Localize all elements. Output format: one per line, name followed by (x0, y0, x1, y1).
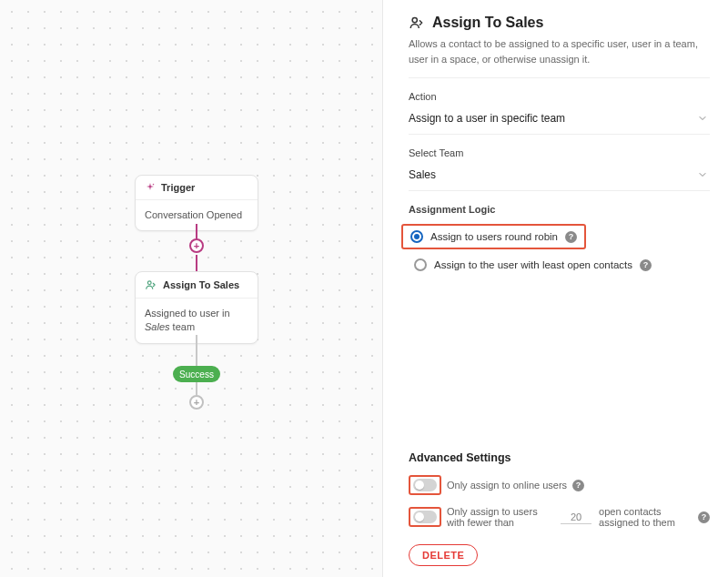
toggle-knob (415, 512, 424, 521)
workflow-canvas[interactable]: Trigger Conversation Opened + Assign To … (0, 0, 382, 577)
chevron-down-icon (697, 113, 708, 124)
delete-button[interactable]: DELETE (409, 544, 478, 566)
toggle-online-users[interactable] (413, 479, 437, 491)
team-select[interactable]: Sales (409, 162, 710, 191)
add-step-button[interactable]: + (189, 238, 204, 253)
connector-line (196, 335, 197, 366)
toggle-fewer-than-row: Only assign to users with fewer than ope… (409, 506, 710, 528)
action-select[interactable]: Assign to a user in specific team (409, 106, 710, 135)
panel-title: Assign To Sales (432, 15, 543, 31)
highlight-box: Assign to users round robin ? (401, 224, 586, 249)
toggle-fewer-than[interactable] (413, 511, 437, 523)
toggle-knob (415, 481, 424, 490)
node-assign[interactable]: Assign To Sales Assigned to user in Sale… (135, 271, 258, 344)
chevron-down-icon (697, 169, 708, 180)
action-label: Action (409, 91, 710, 102)
plus-icon: + (194, 241, 199, 251)
assignment-logic-label: Assignment Logic (409, 204, 710, 215)
properties-panel: Assign To Sales Allows a contact to be a… (382, 0, 728, 577)
fewer-than-input[interactable] (561, 511, 592, 524)
panel-description: Allows a contact to be assigned to a spe… (409, 36, 710, 78)
team-value: Sales (409, 168, 436, 181)
svg-point-0 (147, 281, 151, 285)
node-trigger-title: Trigger (161, 182, 195, 193)
radio-round-robin-label: Assign to users round robin (430, 231, 558, 242)
success-badge: Success (173, 366, 220, 382)
help-icon[interactable]: ? (640, 259, 652, 271)
radio-round-robin[interactable]: Assign to users round robin ? (409, 228, 579, 245)
help-icon[interactable]: ? (565, 231, 577, 243)
radio-icon (414, 258, 427, 271)
advanced-settings: Advanced Settings Only assign to online … (409, 451, 710, 566)
help-icon[interactable]: ? (572, 480, 584, 491)
connector-line (196, 382, 197, 395)
highlight-box (409, 507, 441, 527)
node-assign-header: Assign To Sales (136, 272, 258, 299)
help-icon[interactable]: ? (698, 511, 710, 523)
radio-icon (410, 230, 423, 243)
panel-header: Assign To Sales (409, 15, 710, 31)
sparkle-icon (145, 182, 156, 193)
user-assign-icon (409, 15, 425, 31)
toggle-online-users-label: Only assign to online users (447, 480, 567, 491)
svg-point-1 (412, 17, 417, 22)
add-step-button[interactable]: + (189, 395, 204, 410)
plus-icon: + (194, 398, 199, 408)
toggle-online-users-row: Only assign to online users ? (409, 475, 710, 495)
radio-least-open[interactable]: Assign to the user with least open conta… (409, 255, 710, 275)
advanced-settings-title: Advanced Settings (409, 451, 710, 464)
node-trigger-header: Trigger (136, 176, 258, 200)
radio-least-open-label: Assign to the user with least open conta… (434, 259, 632, 270)
team-label: Select Team (409, 147, 710, 158)
toggle-fewer-than-suffix: open contacts assigned to them (599, 506, 693, 528)
user-assign-icon (145, 278, 157, 291)
toggle-fewer-than-prefix: Only assign to users with fewer than (447, 506, 553, 528)
highlight-box (409, 475, 441, 495)
connector-line (196, 255, 197, 271)
action-value: Assign to a user in specific team (409, 112, 565, 125)
node-assign-title: Assign To Sales (163, 279, 239, 290)
